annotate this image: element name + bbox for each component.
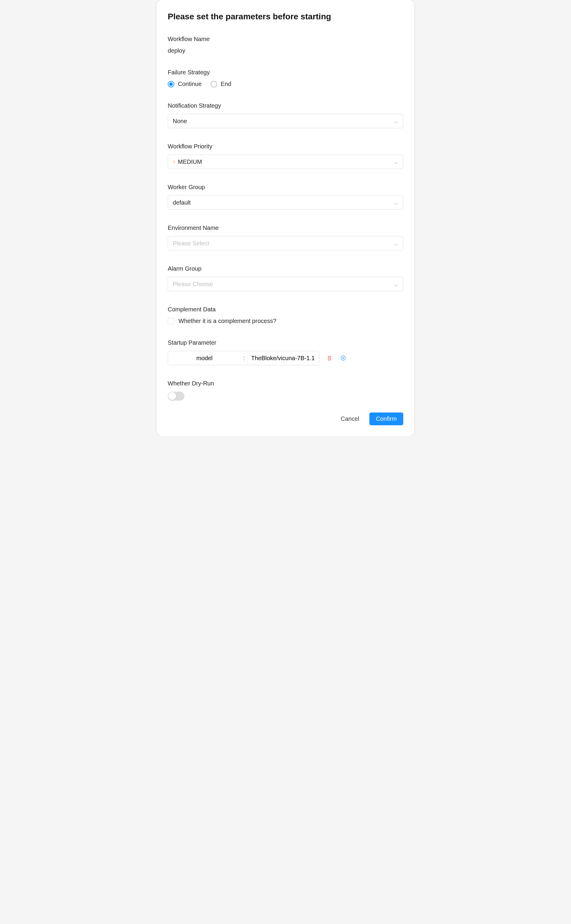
modal-footer: Cancel Confirm (168, 412, 403, 425)
workflow-name-field: Workflow Name deploy (168, 36, 403, 54)
select-placeholder: Please Choose (173, 281, 213, 288)
select-value: None (173, 118, 187, 125)
param-separator: : (241, 351, 248, 365)
radio-label: Continue (178, 80, 202, 88)
failure-strategy-field: Failure Strategy Continue End (168, 69, 403, 88)
worker-group-field: Worker Group default (168, 184, 403, 210)
workflow-priority-select[interactable]: ↑ MEDIUM (168, 155, 403, 169)
workflow-priority-label: Workflow Priority (168, 143, 403, 150)
radio-label: End (221, 80, 231, 88)
dry-run-field: Whether Dry-Run (168, 380, 403, 401)
add-param-button[interactable] (340, 355, 347, 362)
select-placeholder: Please Select (173, 240, 209, 247)
startup-parameter-label: Startup Parameter (168, 339, 403, 346)
notification-strategy-label: Notification Strategy (168, 102, 403, 109)
confirm-button[interactable]: Confirm (369, 412, 403, 425)
chevron-down-icon (394, 160, 398, 164)
dry-run-toggle[interactable] (168, 392, 184, 401)
alarm-group-field: Alarm Group Please Choose (168, 265, 403, 291)
startup-parameter-field: Startup Parameter : (168, 339, 403, 365)
environment-name-label: Environment Name (168, 225, 403, 231)
alarm-group-select[interactable]: Please Choose (168, 277, 403, 291)
modal-title: Please set the parameters before startin… (168, 12, 403, 22)
select-value: MEDIUM (178, 159, 202, 165)
startup-param-key-input[interactable] (168, 351, 241, 365)
workflow-name-label: Workflow Name (168, 36, 403, 43)
chevron-down-icon (394, 241, 398, 245)
complement-process-checkbox[interactable] (168, 318, 174, 324)
delete-param-button[interactable] (326, 355, 333, 362)
worker-group-label: Worker Group (168, 184, 403, 191)
chevron-down-icon (394, 282, 398, 286)
workflow-name-value: deploy (168, 47, 403, 54)
select-value: default (173, 199, 191, 206)
failure-strategy-end-radio[interactable]: End (211, 80, 231, 88)
worker-group-select[interactable]: default (168, 195, 403, 210)
dry-run-label: Whether Dry-Run (168, 380, 403, 387)
plus-circle-icon (340, 355, 346, 361)
alarm-group-label: Alarm Group (168, 265, 403, 272)
failure-strategy-label: Failure Strategy (168, 69, 403, 76)
failure-strategy-continue-radio[interactable]: Continue (168, 80, 202, 88)
radio-icon (168, 81, 174, 88)
startup-param-value-input[interactable] (248, 351, 319, 365)
trash-icon (327, 355, 332, 361)
chevron-down-icon (394, 119, 398, 123)
radio-icon (211, 81, 217, 88)
notification-strategy-select[interactable]: None (168, 114, 403, 128)
complement-data-label: Complement Data (168, 306, 403, 313)
environment-name-field: Environment Name Please Select (168, 225, 403, 250)
complement-data-field: Complement Data Whether it is a compleme… (168, 306, 403, 324)
notification-strategy-field: Notification Strategy None (168, 102, 403, 128)
workflow-priority-field: Workflow Priority ↑ MEDIUM (168, 143, 403, 169)
startup-param-pair: : (168, 351, 319, 365)
arrow-up-icon: ↑ (173, 159, 176, 165)
cancel-button[interactable]: Cancel (340, 413, 360, 425)
start-parameters-modal: Please set the parameters before startin… (156, 0, 415, 436)
environment-name-select[interactable]: Please Select (168, 236, 403, 250)
complement-process-checkbox-label: Whether it is a complement process? (178, 318, 276, 324)
chevron-down-icon (394, 201, 398, 205)
